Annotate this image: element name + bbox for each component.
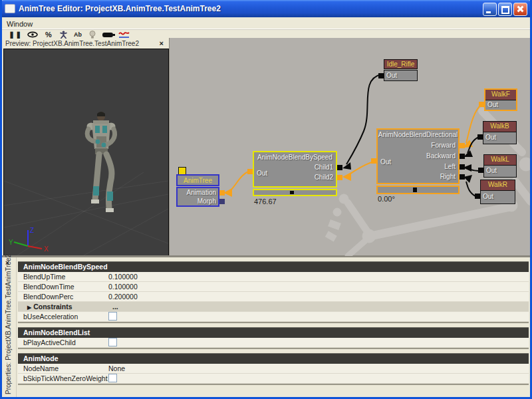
node-walkl[interactable]: WalkL Out: [483, 154, 517, 178]
menu-window[interactable]: Window: [2, 19, 37, 29]
blenddirectional-forward-label: Forward: [431, 142, 456, 149]
curve-icon[interactable]: [118, 31, 130, 39]
wires: [170, 38, 531, 256]
property-row-buseacceleration: bUseAcceleration: [18, 312, 529, 322]
axis-y-label: Y: [9, 239, 13, 246]
preview-viewport[interactable]: Z Y X: [3, 49, 169, 256]
blendbyspeed-child2-connector[interactable]: [337, 175, 342, 180]
section-animnode: AnimNode NodeName None bSkipTickWhenZero…: [18, 353, 529, 385]
walkb-out-label: Out: [485, 134, 496, 141]
blenddirectional-left-connector[interactable]: [460, 164, 465, 170]
property-value: ...: [112, 303, 529, 311]
blendbyspeed-slider[interactable]: [253, 189, 337, 196]
ab-text-icon[interactable]: Ab: [72, 31, 84, 39]
property-name: NodeName: [18, 364, 108, 372]
blendbyspeed-value: 476.67: [254, 198, 277, 205]
checkbox-buseacceleration[interactable]: [108, 312, 117, 321]
window-title: AnimTree Editor: ProjectXB.AnimTree.Test…: [19, 4, 221, 13]
blenddirectional-slider-marker[interactable]: [413, 188, 417, 192]
property-name: BlendUpTime: [18, 273, 108, 281]
blendbyspeed-slider-marker[interactable]: [290, 191, 294, 194]
node-blendbyspeed[interactable]: AnimNodeBlendBySpeed Out Child1 Child2: [253, 151, 337, 188]
blendbyspeed-child2-label: Child2: [315, 174, 333, 181]
property-value: [108, 374, 529, 384]
section-header[interactable]: AnimNodeBlendList: [18, 327, 529, 338]
blendbyspeed-child1-label: Child1: [315, 164, 333, 171]
node-walkr[interactable]: WalkR Out: [480, 180, 515, 204]
battery-icon[interactable]: [102, 33, 113, 37]
property-name: bSkipTickWhenZeroWeight: [18, 374, 108, 382]
property-row-constraints[interactable]: ▶Constraints ...: [18, 302, 529, 312]
blendbyspeed-out-connector[interactable]: [247, 169, 253, 174]
blendbyspeed-child1-connector[interactable]: [337, 165, 342, 170]
section-animnodeblendbyspeed: AnimNodeBlendBySpeed BlendUpTime 0.10000…: [18, 261, 529, 323]
blenddirectional-out-connector[interactable]: [371, 158, 376, 164]
node-animtree-body[interactable]: Animation Morph: [176, 187, 219, 207]
walkb-out-connector[interactable]: [477, 134, 483, 140]
node-animtree-header[interactable]: AnimTree: [176, 174, 219, 186]
node-blenddirectional[interactable]: AnimNodeBlendDirectional Out Forward Bac…: [376, 128, 460, 184]
property-row-blenduptime: BlendUpTime 0.100000: [18, 272, 529, 282]
property-name: bPlayActiveChild: [18, 338, 108, 346]
property-row-blenddowntime: BlendDownTime 0.100000: [18, 282, 529, 292]
animtree-animation-connector[interactable]: [219, 190, 225, 196]
axis-gizmo: Z Y X: [9, 227, 49, 253]
preview-close-icon[interactable]: ×: [160, 39, 164, 47]
section-header[interactable]: AnimNodeBlendBySpeed: [18, 261, 529, 272]
axis-z-label: Z: [30, 227, 34, 234]
walkr-out-label: Out: [483, 193, 493, 200]
property-value: [108, 312, 529, 322]
node-idlerifle-body[interactable]: Out: [384, 70, 418, 81]
blenddirectional-left-label: Left: [444, 163, 456, 170]
animtree-morph-label: Morph: [198, 198, 216, 205]
blenddirectional-right-label: Right: [440, 173, 456, 180]
animtree-morph-connector[interactable]: [219, 199, 225, 204]
property-value[interactable]: 0.200000: [108, 293, 529, 301]
walkf-out-connector[interactable]: [479, 102, 484, 107]
checkbox-bskiptickwhenzeroweight[interactable]: [108, 374, 117, 382]
properties-content: AnimNodeBlendBySpeed BlendUpTime 0.10000…: [17, 257, 530, 397]
person-icon[interactable]: [59, 31, 68, 39]
property-name: BlendDownTime: [18, 283, 108, 291]
walkr-out-connector[interactable]: [475, 194, 480, 199]
pause-icon[interactable]: ❚❚: [9, 31, 22, 39]
node-walkf[interactable]: WalkF Out: [484, 88, 517, 111]
minimize-button[interactable]: [483, 3, 497, 16]
blenddirectional-slider[interactable]: [376, 186, 460, 194]
blenddirectional-backward-connector[interactable]: [460, 154, 465, 159]
property-row-nodename: NodeName None: [18, 364, 529, 374]
node-graph-canvas[interactable]: AnimTree Animation Morph AnimNodeBlendBy…: [169, 38, 531, 256]
property-value[interactable]: None: [108, 364, 529, 372]
preview-character: [87, 112, 116, 212]
node-idlerifle-header[interactable]: Idle_Rifle: [384, 59, 418, 69]
property-value[interactable]: 0.100000: [108, 283, 529, 291]
blenddirectional-out-label: Out: [380, 158, 391, 166]
idlerifle-out-label: Out: [386, 72, 397, 79]
node-walkb[interactable]: WalkB Out: [483, 121, 517, 144]
eye-icon[interactable]: [27, 31, 38, 39]
property-name: ▶Constraints: [18, 303, 112, 311]
axis-x-label: X: [44, 245, 49, 253]
percent-icon[interactable]: %: [43, 31, 54, 39]
bulb-icon[interactable]: [89, 31, 96, 39]
property-value[interactable]: 0.100000: [108, 273, 529, 281]
blenddirectional-backward-label: Backward: [426, 152, 456, 160]
blendbyspeed-out-label: Out: [257, 170, 267, 177]
section-header[interactable]: AnimNode: [18, 353, 529, 364]
checkbox-bplayactivechild[interactable]: [108, 338, 117, 346]
title-bar[interactable]: AnimTree Editor: ProjectXB.AnimTree.Test…: [0, 0, 532, 17]
property-row-blenddownperc: BlendDownPerc 0.200000: [18, 292, 529, 302]
expander-icon[interactable]: ▶: [27, 305, 31, 311]
properties-panel: × Properties: ProjectXB.AnimTree.TestAni…: [2, 257, 530, 397]
maximize-button[interactable]: [498, 3, 512, 16]
close-button[interactable]: [513, 3, 527, 16]
blenddirectional-forward-connector[interactable]: [460, 143, 465, 148]
blenddirectional-right-connector[interactable]: [460, 174, 465, 180]
preview-header: Preview: ProjectXB.AnimTree.TestAnimTree…: [2, 39, 168, 49]
section-animnodeblendlist: AnimNodeBlendList bPlayActiveChild: [18, 327, 529, 349]
menu-bar: Window: [2, 17, 530, 29]
walkl-out-connector[interactable]: [478, 168, 483, 173]
walkl-out-label: Out: [486, 167, 497, 174]
idlerifle-out-connector[interactable]: [378, 73, 384, 78]
property-name: BlendDownPerc: [18, 293, 108, 301]
